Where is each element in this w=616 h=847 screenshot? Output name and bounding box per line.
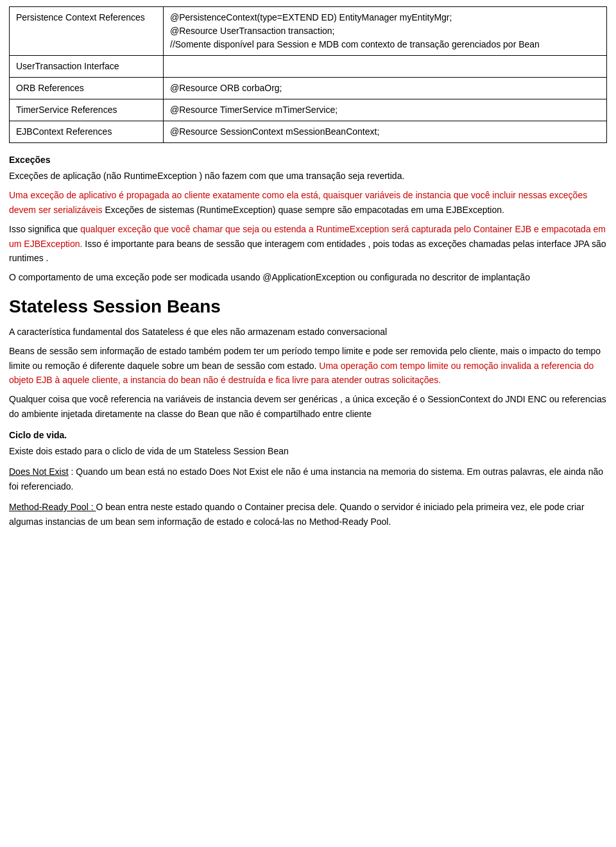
does-not-exist-para: Does Not Exist : Quando um bean está no …	[9, 465, 607, 493]
excecoes-para1: Exceções de aplicação (não RuntimeExcept…	[9, 169, 607, 183]
excecoes-para2-black: Exceções de sistemas (RuntimeException) …	[103, 205, 504, 215]
stateless-heading: Stateless Session Beans	[9, 296, 607, 317]
timerservice-value: @Resource TimerService mTimerService;	[164, 99, 607, 121]
resource-usertransaction-text: @Resource UserTransaction transaction;	[170, 26, 334, 36]
somente-text: //Somente disponível para Session e MDB …	[170, 39, 540, 49]
persistence-context-value: @PersistenceContext(type=EXTEND ED) Enti…	[164, 7, 607, 56]
excecoes-para3-black1: Isso significa que	[9, 224, 80, 234]
timerservice-label: TimerService References	[10, 99, 164, 121]
excecoes-para3: Isso significa que qualquer exceção que …	[9, 222, 607, 265]
usertransaction-value	[164, 56, 607, 78]
stateless-para2: Beans de sessão sem informação de estado…	[9, 344, 607, 387]
stateless-section: A característica fundamental dos Satatel…	[9, 325, 607, 421]
method-ready-label: Method-Ready Pool :	[9, 502, 96, 512]
table-row-timerservice: TimerService References @Resource TimerS…	[10, 99, 607, 121]
ejbcontext-label: EJBContext References	[10, 121, 164, 143]
does-not-exist-text: : Quando um bean está no estado Does Not…	[9, 466, 603, 491]
table-row-usertransaction: UserTransaction Interface	[10, 56, 607, 78]
excecoes-para2: Uma exceção de aplicativo é propagada ao…	[9, 188, 607, 217]
ciclo-section: Ciclo de vida. Existe dois estado para o…	[9, 430, 607, 458]
excecoes-section: Exceções Exceções de aplicação (não Runt…	[9, 155, 607, 285]
orb-value: @Resource ORB corbaOrg;	[164, 78, 607, 99]
persistence-context-text: @PersistenceContext(type=EXTEND ED) Enti…	[170, 12, 452, 22]
ejbcontext-value: @Resource SessionContext mSessionBeanCon…	[164, 121, 607, 143]
usertransaction-label: UserTransaction Interface	[10, 56, 164, 78]
table-row-persistence: Persistence Context References @Persiste…	[10, 7, 607, 56]
excecoes-para4: O comportamento de uma exceção pode ser …	[9, 270, 607, 284]
table-row-orb: ORB References @Resource ORB corbaOrg;	[10, 78, 607, 99]
excecoes-heading: Exceções	[9, 155, 607, 165]
excecoes-para3-black2: Isso é importante para beans de sessão q…	[9, 239, 606, 263]
method-ready-text: O bean entra neste estado quando o Conta…	[9, 502, 585, 526]
table-row-ejbcontext: EJBContext References @Resource SessionC…	[10, 121, 607, 143]
ciclo-heading: Ciclo de vida.	[9, 430, 607, 440]
ciclo-para1: Existe dois estado para o cliclo de vida…	[9, 444, 607, 458]
stateless-para1: A característica fundamental dos Satatel…	[9, 325, 607, 339]
method-ready-para: Method-Ready Pool : O bean entra neste e…	[9, 500, 607, 529]
does-not-exist-label: Does Not Exist	[9, 466, 69, 477]
references-table: Persistence Context References @Persiste…	[9, 6, 607, 143]
orb-label: ORB References	[10, 78, 164, 99]
persistence-context-label: Persistence Context References	[10, 7, 164, 56]
stateless-para3: Qualquer coisa que você referencia na va…	[9, 392, 607, 421]
